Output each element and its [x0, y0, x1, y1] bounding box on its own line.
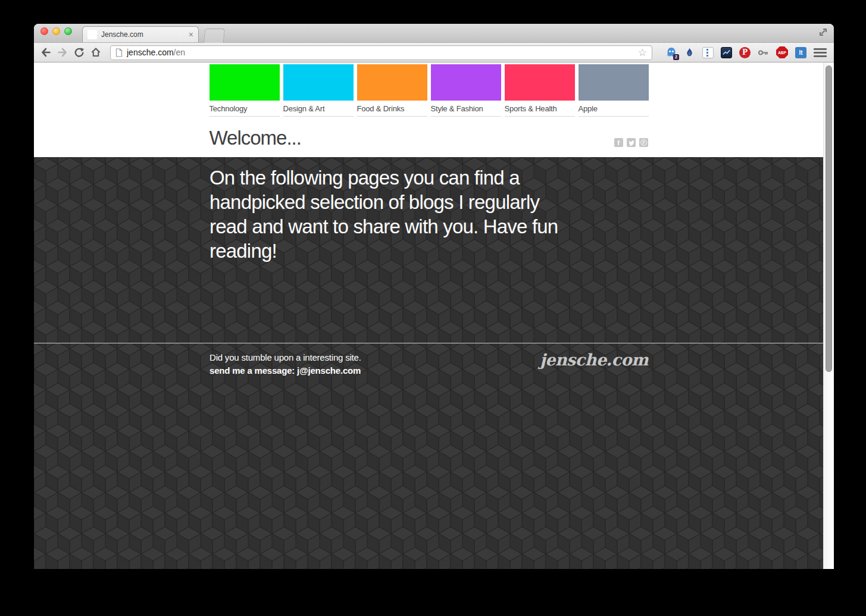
- category-sports-health[interactable]: Sports & Health: [505, 64, 575, 117]
- category-style-fashion[interactable]: Style & Fashion: [431, 64, 501, 117]
- category-nav: Technology Design & Art Food & Drinks: [210, 62, 648, 117]
- category-label[interactable]: Design & Art: [283, 104, 354, 113]
- category-design-art[interactable]: Design & Art: [283, 64, 354, 117]
- category-underline: [579, 116, 649, 117]
- bookmark-star-icon[interactable]: ☆: [638, 48, 647, 58]
- adblock-plus-extension-icon[interactable]: ABP: [776, 46, 788, 58]
- browser-toolbar: jensche.com/en ☆ 2 P ABP It: [34, 43, 834, 62]
- tab-favicon: [87, 30, 97, 39]
- category-apple[interactable]: Apple: [579, 64, 649, 117]
- pinterest-extension-icon[interactable]: P: [739, 47, 751, 58]
- category-label[interactable]: Food & Drinks: [357, 104, 427, 113]
- footer-line1: Did you stumble upon a interesting site.: [210, 351, 361, 364]
- url-text[interactable]: jensche.com/en: [127, 48, 185, 57]
- category-tile[interactable]: [431, 64, 501, 101]
- category-underline: [283, 116, 354, 117]
- page-content: Technology Design & Art Food & Drinks: [34, 62, 823, 569]
- category-tile[interactable]: [283, 64, 354, 101]
- category-tile[interactable]: [357, 64, 427, 101]
- intro-section: On the following pages you can find a ha…: [34, 157, 823, 569]
- share-buttons: f: [614, 138, 648, 147]
- new-tab-button[interactable]: [204, 29, 226, 43]
- category-tile[interactable]: [210, 64, 280, 101]
- intro-line: handpicked selection of blogs I regularl…: [210, 190, 558, 214]
- fullscreen-icon[interactable]: [818, 27, 829, 37]
- pinterest-share-icon[interactable]: [639, 138, 648, 147]
- site-logo: jensche.com: [540, 351, 648, 369]
- site-footer: Did you stumble upon a interesting site.…: [210, 351, 648, 377]
- tab-close-icon[interactable]: ×: [189, 30, 193, 39]
- address-bar[interactable]: jensche.com/en ☆: [110, 45, 652, 60]
- url-domain: jensche.com: [127, 48, 174, 57]
- intro-line: On the following pages you can find a: [210, 165, 558, 190]
- category-label[interactable]: Style & Fashion: [431, 104, 501, 113]
- minimize-window-button[interactable]: [52, 27, 60, 35]
- page-title: Welcome...: [210, 127, 301, 149]
- chart-extension-icon[interactable]: [721, 47, 732, 58]
- intro-line: read and want to share with you. Have fu…: [210, 214, 558, 239]
- page-icon: [115, 48, 123, 57]
- window-controls: [40, 27, 72, 35]
- category-tile[interactable]: [505, 64, 575, 101]
- category-underline: [505, 116, 575, 117]
- category-underline: [210, 116, 280, 117]
- ghostery-extension-icon[interactable]: 2: [665, 47, 677, 58]
- home-button[interactable]: [89, 45, 103, 60]
- footer-divider: [34, 343, 823, 343]
- intro-text: On the following pages you can find a ha…: [210, 165, 558, 263]
- flame-extension-icon[interactable]: [684, 47, 695, 58]
- page-viewport: Technology Design & Art Food & Drinks: [34, 62, 834, 569]
- it-extension-icon[interactable]: It: [795, 47, 806, 58]
- title-bar: Jensche.com ×: [34, 24, 834, 43]
- category-label[interactable]: Sports & Health: [505, 104, 575, 113]
- key-extension-icon[interactable]: [758, 47, 769, 58]
- scrollbar-thumb[interactable]: [826, 65, 832, 372]
- chrome-menu-icon[interactable]: [814, 47, 827, 58]
- zoom-window-button[interactable]: [64, 27, 72, 35]
- browser-window: Jensche.com × jensche.com/en ☆: [34, 24, 834, 569]
- tab-title: Jensche.com: [101, 30, 143, 39]
- category-underline: [431, 116, 501, 117]
- reload-button[interactable]: [72, 45, 86, 60]
- intro-line: reading!: [210, 239, 558, 263]
- category-technology[interactable]: Technology: [210, 64, 280, 117]
- ghostery-badge: 2: [673, 54, 679, 60]
- vertical-scrollbar[interactable]: [823, 62, 834, 569]
- category-label[interactable]: Apple: [579, 104, 649, 113]
- category-label[interactable]: Technology: [210, 104, 280, 113]
- footer-contact[interactable]: send me a message: j@jensche.com: [210, 364, 361, 377]
- close-window-button[interactable]: [40, 27, 48, 35]
- forward-button[interactable]: [55, 45, 70, 60]
- twitter-share-icon[interactable]: [627, 138, 636, 147]
- list-extension-icon[interactable]: [702, 47, 714, 58]
- category-food-drinks[interactable]: Food & Drinks: [357, 64, 427, 117]
- category-tile[interactable]: [579, 64, 649, 101]
- back-button[interactable]: [39, 45, 53, 60]
- facebook-share-icon[interactable]: f: [614, 138, 623, 147]
- browser-tab[interactable]: Jensche.com ×: [82, 26, 199, 42]
- category-underline: [357, 116, 427, 117]
- url-path: /en: [174, 48, 185, 57]
